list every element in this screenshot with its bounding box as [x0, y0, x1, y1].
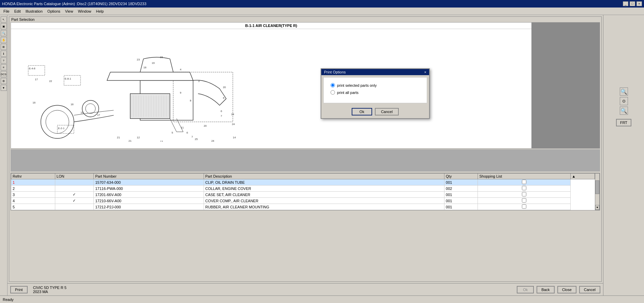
radio-option-all: print all parts	[331, 90, 420, 95]
print-dialog: Print Options × print selected parts onl…	[321, 68, 430, 119]
dialog-ok-button[interactable]: Ok	[352, 108, 372, 115]
radio-option-selected: print selected parts only	[331, 83, 420, 87]
print-dialog-buttons: Ok Cancel	[321, 105, 429, 118]
radio-all-input[interactable]	[331, 90, 335, 95]
dialog-cancel-button[interactable]: Cancel	[375, 108, 399, 115]
radio-selected-label[interactable]: print selected parts only	[337, 83, 377, 87]
print-dialog-title: Print Options ×	[321, 69, 429, 75]
radio-all-label[interactable]: print all parts	[337, 91, 358, 95]
print-dialog-title-text: Print Options	[324, 70, 346, 74]
dialog-overlay: Print Options × print selected parts onl…	[0, 0, 644, 303]
radio-selected-input[interactable]	[331, 83, 335, 87]
print-dialog-close-icon[interactable]: ×	[424, 70, 426, 74]
print-dialog-body: print selected parts only print all part…	[323, 77, 427, 103]
